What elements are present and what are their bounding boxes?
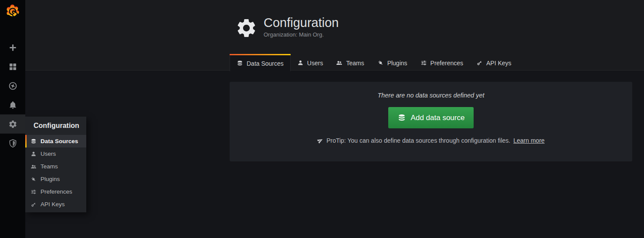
database-icon xyxy=(31,138,37,144)
sliders-icon xyxy=(420,60,427,66)
gear-icon xyxy=(235,17,258,39)
flyout-item-label: API Keys xyxy=(41,201,65,208)
flyout-item-label: Plugins xyxy=(41,176,60,182)
tab-bar: Data Sources Users Teams Plugins Prefere… xyxy=(230,55,518,71)
add-data-source-label: Add data source xyxy=(411,114,465,122)
user-icon xyxy=(297,60,304,66)
flyout-item-label: Data Sources xyxy=(41,138,78,144)
plug-icon xyxy=(31,176,37,182)
page-title: Configuration xyxy=(264,16,339,30)
flyout-item-users[interactable]: Users xyxy=(25,147,86,160)
protip-line: ProTip: You can also define data sources… xyxy=(317,137,545,144)
sliders-icon xyxy=(31,189,37,195)
flyout-title[interactable]: Configuration xyxy=(25,117,86,135)
key-icon xyxy=(476,60,483,66)
sidebar-item-configuration[interactable] xyxy=(0,114,25,134)
grafana-logo[interactable] xyxy=(0,0,25,21)
sidebar-item-server-admin[interactable] xyxy=(0,134,25,153)
shield-icon xyxy=(8,139,17,148)
add-data-source-button[interactable]: Add data source xyxy=(388,107,474,128)
flyout-item-label: Teams xyxy=(41,163,58,170)
gear-icon xyxy=(8,120,17,129)
flyout-item-label: Preferences xyxy=(41,188,72,195)
flyout-item-label: Users xyxy=(41,151,56,157)
tab-label: Data Sources xyxy=(247,60,284,67)
database-icon xyxy=(397,114,406,122)
plus-icon xyxy=(8,43,17,52)
tab-label: Plugins xyxy=(387,60,407,67)
users-icon xyxy=(31,164,37,170)
users-icon xyxy=(336,60,342,66)
sidebar xyxy=(0,0,25,238)
tab-data-sources[interactable]: Data Sources xyxy=(230,55,291,71)
flyout-item-data-sources[interactable]: Data Sources xyxy=(25,135,86,147)
data-sources-panel: There are no data sources defined yet Ad… xyxy=(230,82,632,161)
flyout-item-api-keys[interactable]: API Keys xyxy=(25,198,86,211)
bell-icon xyxy=(8,101,17,110)
tab-label: Users xyxy=(307,60,323,67)
tab-label: API Keys xyxy=(486,60,512,67)
key-icon xyxy=(31,201,37,208)
flyout-item-teams[interactable]: Teams xyxy=(25,160,86,173)
empty-state-message: There are no data sources defined yet xyxy=(377,92,484,99)
tab-label: Preferences xyxy=(430,60,463,67)
tab-teams[interactable]: Teams xyxy=(329,55,370,71)
protip-text: ProTip: You can also define data sources… xyxy=(326,137,510,144)
dashboards-grid-icon xyxy=(8,62,17,71)
flyout-item-plugins[interactable]: Plugins xyxy=(25,173,86,185)
tab-users[interactable]: Users xyxy=(291,55,330,71)
tab-plugins[interactable]: Plugins xyxy=(371,55,414,71)
plug-icon xyxy=(377,60,384,66)
database-icon xyxy=(237,60,243,67)
sidebar-spacer xyxy=(0,21,25,38)
rocket-icon xyxy=(317,137,323,144)
compass-icon xyxy=(8,81,17,91)
tab-label: Teams xyxy=(346,60,364,67)
learn-more-link[interactable]: Learn more xyxy=(513,137,545,144)
page-subtitle: Organization: Main Org. xyxy=(264,31,339,38)
sidebar-item-explore[interactable] xyxy=(0,76,25,95)
configuration-flyout-menu: Configuration Data Sources Users Teams P… xyxy=(25,117,86,212)
sidebar-item-alerting[interactable] xyxy=(0,95,25,114)
user-icon xyxy=(31,151,37,157)
sidebar-item-dashboards[interactable] xyxy=(0,57,25,76)
tab-preferences[interactable]: Preferences xyxy=(414,55,470,71)
page-title-block: Configuration Organization: Main Org. xyxy=(235,16,339,39)
tab-api-keys[interactable]: API Keys xyxy=(470,55,518,71)
sidebar-item-create[interactable] xyxy=(0,38,25,57)
flyout-item-preferences[interactable]: Preferences xyxy=(25,185,86,198)
